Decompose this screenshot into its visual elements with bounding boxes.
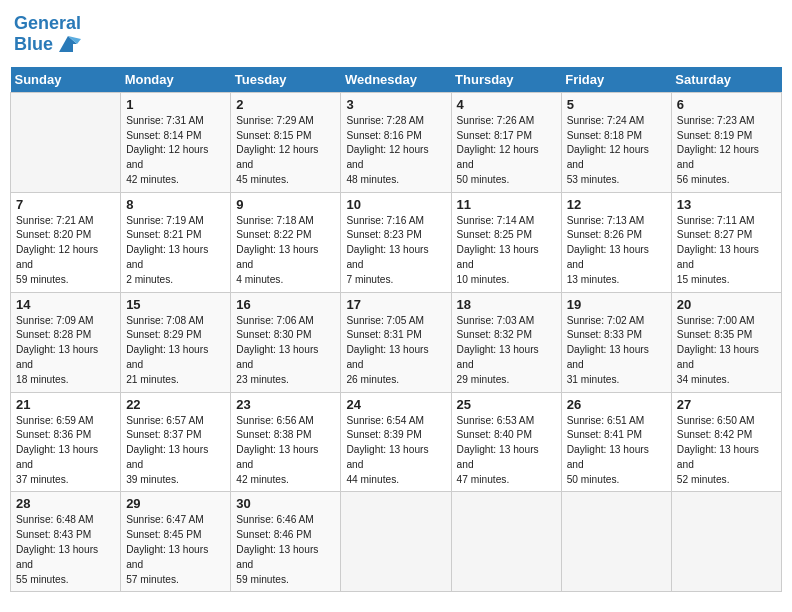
day-info: Sunrise: 6:59 AMSunset: 8:36 PMDaylight:… [16, 414, 115, 488]
day-number: 14 [16, 297, 115, 312]
week-row-5: 28 Sunrise: 6:48 AMSunset: 8:43 PMDaylig… [11, 492, 782, 592]
day-cell: 3 Sunrise: 7:28 AMSunset: 8:16 PMDayligh… [341, 92, 451, 192]
day-info: Sunrise: 6:46 AMSunset: 8:46 PMDaylight:… [236, 513, 335, 587]
day-number: 18 [457, 297, 556, 312]
day-cell: 9 Sunrise: 7:18 AMSunset: 8:22 PMDayligh… [231, 192, 341, 292]
day-number: 6 [677, 97, 776, 112]
day-info: Sunrise: 6:51 AMSunset: 8:41 PMDaylight:… [567, 414, 666, 488]
page-header: General Blue [10, 10, 782, 59]
day-cell [561, 492, 671, 592]
logo-line2-wrapper: Blue [14, 34, 81, 55]
day-cell [451, 492, 561, 592]
day-cell: 5 Sunrise: 7:24 AMSunset: 8:18 PMDayligh… [561, 92, 671, 192]
day-cell: 17 Sunrise: 7:05 AMSunset: 8:31 PMDaylig… [341, 292, 451, 392]
day-info: Sunrise: 7:14 AMSunset: 8:25 PMDaylight:… [457, 214, 556, 288]
day-cell: 21 Sunrise: 6:59 AMSunset: 8:36 PMDaylig… [11, 392, 121, 492]
day-cell: 30 Sunrise: 6:46 AMSunset: 8:46 PMDaylig… [231, 492, 341, 592]
day-cell: 29 Sunrise: 6:47 AMSunset: 8:45 PMDaylig… [121, 492, 231, 592]
day-info: Sunrise: 7:28 AMSunset: 8:16 PMDaylight:… [346, 114, 445, 188]
day-cell: 10 Sunrise: 7:16 AMSunset: 8:23 PMDaylig… [341, 192, 451, 292]
col-header-wednesday: Wednesday [341, 67, 451, 93]
day-info: Sunrise: 6:53 AMSunset: 8:40 PMDaylight:… [457, 414, 556, 488]
day-cell: 24 Sunrise: 6:54 AMSunset: 8:39 PMDaylig… [341, 392, 451, 492]
day-info: Sunrise: 7:31 AMSunset: 8:14 PMDaylight:… [126, 114, 225, 188]
day-cell: 22 Sunrise: 6:57 AMSunset: 8:37 PMDaylig… [121, 392, 231, 492]
day-cell: 12 Sunrise: 7:13 AMSunset: 8:26 PMDaylig… [561, 192, 671, 292]
day-cell: 25 Sunrise: 6:53 AMSunset: 8:40 PMDaylig… [451, 392, 561, 492]
day-number: 26 [567, 397, 666, 412]
day-cell [671, 492, 781, 592]
day-info: Sunrise: 7:16 AMSunset: 8:23 PMDaylight:… [346, 214, 445, 288]
day-number: 30 [236, 496, 335, 511]
col-header-sunday: Sunday [11, 67, 121, 93]
day-number: 22 [126, 397, 225, 412]
day-info: Sunrise: 7:24 AMSunset: 8:18 PMDaylight:… [567, 114, 666, 188]
day-info: Sunrise: 7:19 AMSunset: 8:21 PMDaylight:… [126, 214, 225, 288]
day-cell: 19 Sunrise: 7:02 AMSunset: 8:33 PMDaylig… [561, 292, 671, 392]
day-cell [341, 492, 451, 592]
day-cell: 11 Sunrise: 7:14 AMSunset: 8:25 PMDaylig… [451, 192, 561, 292]
day-number: 15 [126, 297, 225, 312]
logo-text-general: General [14, 13, 81, 33]
day-cell: 6 Sunrise: 7:23 AMSunset: 8:19 PMDayligh… [671, 92, 781, 192]
day-info: Sunrise: 7:06 AMSunset: 8:30 PMDaylight:… [236, 314, 335, 388]
day-cell [11, 92, 121, 192]
col-header-tuesday: Tuesday [231, 67, 341, 93]
col-header-saturday: Saturday [671, 67, 781, 93]
day-number: 8 [126, 197, 225, 212]
day-number: 9 [236, 197, 335, 212]
day-cell: 20 Sunrise: 7:00 AMSunset: 8:35 PMDaylig… [671, 292, 781, 392]
col-header-friday: Friday [561, 67, 671, 93]
day-number: 19 [567, 297, 666, 312]
day-number: 27 [677, 397, 776, 412]
week-row-1: 1 Sunrise: 7:31 AMSunset: 8:14 PMDayligh… [11, 92, 782, 192]
logo-icon [55, 34, 81, 54]
day-info: Sunrise: 7:09 AMSunset: 8:28 PMDaylight:… [16, 314, 115, 388]
day-cell: 8 Sunrise: 7:19 AMSunset: 8:21 PMDayligh… [121, 192, 231, 292]
logo-line1: General [14, 14, 81, 34]
day-info: Sunrise: 7:26 AMSunset: 8:17 PMDaylight:… [457, 114, 556, 188]
day-info: Sunrise: 7:23 AMSunset: 8:19 PMDaylight:… [677, 114, 776, 188]
day-info: Sunrise: 7:21 AMSunset: 8:20 PMDaylight:… [16, 214, 115, 288]
day-cell: 27 Sunrise: 6:50 AMSunset: 8:42 PMDaylig… [671, 392, 781, 492]
day-cell: 26 Sunrise: 6:51 AMSunset: 8:41 PMDaylig… [561, 392, 671, 492]
logo: General Blue [14, 14, 81, 55]
day-number: 13 [677, 197, 776, 212]
day-number: 5 [567, 97, 666, 112]
day-number: 4 [457, 97, 556, 112]
logo-text-blue: Blue [14, 34, 53, 55]
day-number: 3 [346, 97, 445, 112]
day-info: Sunrise: 6:50 AMSunset: 8:42 PMDaylight:… [677, 414, 776, 488]
day-info: Sunrise: 7:18 AMSunset: 8:22 PMDaylight:… [236, 214, 335, 288]
day-number: 10 [346, 197, 445, 212]
col-header-monday: Monday [121, 67, 231, 93]
day-number: 25 [457, 397, 556, 412]
day-info: Sunrise: 6:47 AMSunset: 8:45 PMDaylight:… [126, 513, 225, 587]
day-info: Sunrise: 7:05 AMSunset: 8:31 PMDaylight:… [346, 314, 445, 388]
day-cell: 1 Sunrise: 7:31 AMSunset: 8:14 PMDayligh… [121, 92, 231, 192]
day-cell: 14 Sunrise: 7:09 AMSunset: 8:28 PMDaylig… [11, 292, 121, 392]
day-number: 29 [126, 496, 225, 511]
day-number: 20 [677, 297, 776, 312]
day-info: Sunrise: 7:29 AMSunset: 8:15 PMDaylight:… [236, 114, 335, 188]
week-row-2: 7 Sunrise: 7:21 AMSunset: 8:20 PMDayligh… [11, 192, 782, 292]
day-cell: 13 Sunrise: 7:11 AMSunset: 8:27 PMDaylig… [671, 192, 781, 292]
day-info: Sunrise: 7:02 AMSunset: 8:33 PMDaylight:… [567, 314, 666, 388]
week-row-3: 14 Sunrise: 7:09 AMSunset: 8:28 PMDaylig… [11, 292, 782, 392]
day-number: 1 [126, 97, 225, 112]
day-info: Sunrise: 6:48 AMSunset: 8:43 PMDaylight:… [16, 513, 115, 587]
day-info: Sunrise: 6:57 AMSunset: 8:37 PMDaylight:… [126, 414, 225, 488]
day-info: Sunrise: 7:03 AMSunset: 8:32 PMDaylight:… [457, 314, 556, 388]
day-cell: 2 Sunrise: 7:29 AMSunset: 8:15 PMDayligh… [231, 92, 341, 192]
week-row-4: 21 Sunrise: 6:59 AMSunset: 8:36 PMDaylig… [11, 392, 782, 492]
day-info: Sunrise: 7:11 AMSunset: 8:27 PMDaylight:… [677, 214, 776, 288]
day-number: 12 [567, 197, 666, 212]
calendar-table: SundayMondayTuesdayWednesdayThursdayFrid… [10, 67, 782, 593]
day-cell: 18 Sunrise: 7:03 AMSunset: 8:32 PMDaylig… [451, 292, 561, 392]
day-number: 23 [236, 397, 335, 412]
day-number: 21 [16, 397, 115, 412]
day-info: Sunrise: 7:08 AMSunset: 8:29 PMDaylight:… [126, 314, 225, 388]
day-number: 17 [346, 297, 445, 312]
day-number: 16 [236, 297, 335, 312]
day-info: Sunrise: 6:54 AMSunset: 8:39 PMDaylight:… [346, 414, 445, 488]
